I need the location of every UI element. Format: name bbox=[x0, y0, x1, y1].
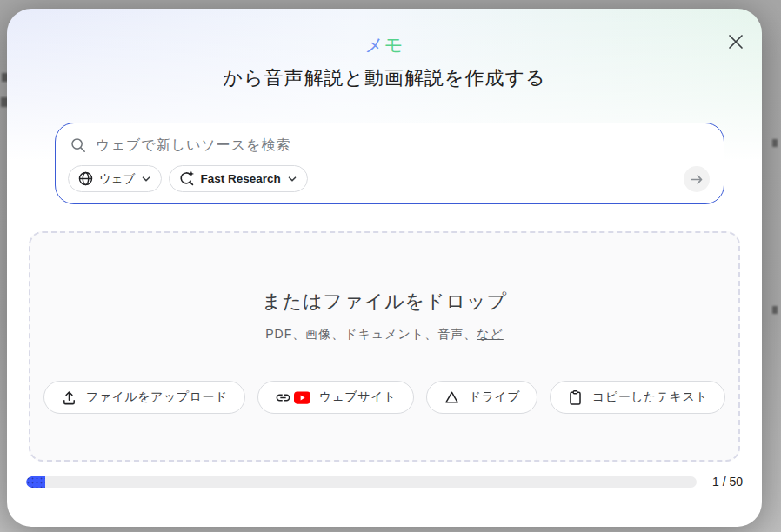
research-mode-label: Fast Research bbox=[200, 172, 280, 185]
youtube-icon bbox=[294, 391, 310, 404]
source-filter-chip[interactable]: ウェブ bbox=[68, 165, 162, 192]
research-sparkle-icon bbox=[178, 170, 195, 187]
website-button[interactable]: ウェブサイト bbox=[257, 381, 414, 414]
upload-file-button[interactable]: ファイルをアップロード bbox=[43, 381, 245, 414]
dropzone-subtext: PDF、画像、ドキュメント、音声、など bbox=[30, 327, 738, 342]
copied-text-label: コピーしたテキスト bbox=[592, 389, 708, 405]
source-limit-progress: 1 / 50 bbox=[26, 475, 743, 489]
notebook-title-char-1: メ bbox=[365, 35, 385, 55]
website-label: ウェブサイト bbox=[319, 389, 397, 405]
web-search-card: ウェブ Fast Research bbox=[55, 123, 724, 204]
drive-label: ドライブ bbox=[469, 389, 520, 405]
progress-track bbox=[26, 476, 697, 488]
notebook-title-char-2: モ bbox=[384, 35, 404, 55]
copied-text-button[interactable]: コピーしたテキスト bbox=[550, 381, 725, 414]
file-dropzone[interactable]: またはファイルをドロップ PDF、画像、ドキュメント、音声、など ファイルをアッ… bbox=[29, 231, 740, 462]
globe-icon bbox=[77, 170, 94, 187]
progress-fill bbox=[26, 476, 45, 488]
upload-icon bbox=[61, 389, 77, 406]
chevron-down-icon bbox=[140, 173, 152, 185]
link-icon bbox=[275, 389, 291, 406]
add-source-dialog: メモ から音声解説と動画解説を作成する ウェブ bbox=[7, 9, 762, 527]
background-page-fragment bbox=[772, 306, 778, 314]
dialog-title: から音声解説と動画解説を作成する bbox=[7, 65, 762, 91]
dialog-header: メモ から音声解説と動画解説を作成する bbox=[7, 9, 762, 91]
clipboard-icon bbox=[567, 389, 584, 406]
source-buttons-row: ファイルをアップロード ウェブサイト ドライブ bbox=[30, 381, 738, 414]
close-icon bbox=[728, 34, 744, 50]
search-icon bbox=[70, 136, 87, 154]
submit-search-button[interactable] bbox=[684, 166, 710, 192]
more-formats-link[interactable]: など bbox=[477, 327, 504, 341]
dropzone-heading: またはファイルをドロップ bbox=[30, 289, 738, 315]
arrow-right-icon bbox=[690, 172, 704, 187]
progress-label: 1 / 50 bbox=[710, 475, 743, 489]
drive-icon bbox=[444, 389, 460, 406]
drive-button[interactable]: ドライブ bbox=[426, 381, 537, 414]
source-filter-label: ウェブ bbox=[99, 171, 135, 187]
supported-formats-text: PDF、画像、ドキュメント、音声、 bbox=[265, 327, 477, 341]
background-page-fragment bbox=[772, 139, 778, 147]
research-mode-chip[interactable]: Fast Research bbox=[169, 165, 307, 192]
search-input[interactable] bbox=[96, 137, 708, 153]
upload-file-label: ファイルをアップロード bbox=[86, 389, 228, 405]
close-button[interactable] bbox=[720, 26, 751, 57]
chevron-down-icon bbox=[286, 173, 298, 185]
notebook-title: メモ bbox=[7, 33, 762, 57]
